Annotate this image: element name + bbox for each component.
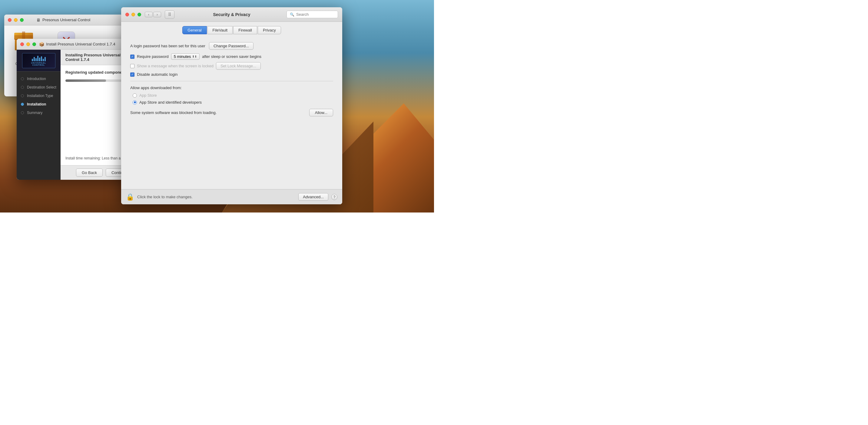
show-message-label: Show a message when the screen is locked [137, 64, 214, 68]
uc-bar-8 [44, 57, 46, 61]
installer-title-text: Install Presonus Universal Control 1.7.4 [46, 42, 115, 47]
uc-logo-bars [32, 55, 46, 61]
nav-forward-button[interactable]: › [153, 12, 161, 17]
installer-window: 📦 Install Presonus Universal Control 1.7… [17, 39, 138, 180]
uc-bar-7 [43, 59, 44, 61]
security-content: A login password has been set for this u… [121, 37, 342, 121]
app-store-developers-radio-row: App Store and identified developers [133, 100, 333, 105]
lock-section: 🔒 Click the lock to make changes. [126, 193, 193, 201]
disable-auto-login-row: Disable automatic login [130, 72, 333, 77]
sidebar-steps: Introduction Destination Select Installa… [17, 72, 61, 120]
sidebar-step-destination: Destination Select [17, 83, 61, 91]
installer-title-icon: 📦 [39, 42, 44, 47]
step-dot-destination [21, 86, 24, 89]
uc-bar-3 [35, 58, 37, 61]
tab-privacy[interactable]: Privacy [258, 26, 281, 34]
require-password-after-label: after sleep or screen saver begins [202, 54, 261, 59]
app-store-developers-radio[interactable] [133, 100, 137, 105]
installer-minimize-button[interactable] [26, 42, 30, 46]
lock-closed-icon[interactable]: 🔒 [126, 193, 134, 201]
uc-logo-text-control: CONTROL [32, 64, 45, 66]
app-store-radio-label: App Store [139, 93, 157, 97]
change-password-button[interactable]: Change Password... [209, 42, 253, 50]
allow-apps-label: Allow apps downloaded from: [130, 85, 333, 90]
nav-back-button[interactable]: ‹ [145, 12, 153, 17]
security-minimize-button[interactable] [131, 13, 135, 17]
require-password-label: Require password [137, 54, 169, 59]
uc-logo-text-universal: UNIVERSAL [31, 62, 46, 64]
allow-button[interactable]: Allow... [309, 109, 333, 116]
finder-close-button[interactable] [8, 18, 11, 22]
disable-auto-login-label: Disable automatic login [137, 72, 178, 77]
installer-maximize-button[interactable] [32, 42, 36, 46]
sidebar-step-summary: Summary [17, 109, 61, 117]
finder-minimize-button[interactable] [14, 18, 18, 22]
app-store-radio-row: App Store [133, 93, 333, 97]
sidebar-step-label-summary: Summary [27, 111, 42, 115]
blocked-software-text: Some system software was blocked from lo… [130, 110, 217, 115]
finder-title: 🖥 Presonus Universal Control [36, 18, 90, 23]
uc-bar-5 [39, 58, 40, 61]
login-password-label: A login password has been set for this u… [130, 44, 205, 48]
sidebar-step-label-destination: Destination Select [27, 85, 56, 89]
tab-general[interactable]: General [182, 26, 207, 34]
search-input[interactable] [296, 12, 335, 17]
uc-bar-1 [32, 59, 33, 61]
help-button[interactable]: ? [331, 194, 337, 200]
installer-close-button[interactable] [20, 42, 24, 46]
password-timeout-dropdown[interactable]: 5 minutes ⬆⬇ [171, 53, 199, 60]
sidebar-step-label-installation: Installation [27, 102, 46, 106]
security-search-box[interactable]: 🔍 [286, 10, 338, 18]
sidebar-step-label-installation-type: Installation Type [27, 94, 53, 98]
lock-text: Click the lock to make changes. [137, 195, 193, 199]
section-divider [130, 81, 333, 81]
installer-body: UNIVERSAL CONTROL Introduction Destinati… [17, 50, 138, 180]
app-source-radio-group: App Store App Store and identified devel… [130, 93, 333, 105]
footer-buttons: Advanced... ? [298, 193, 337, 201]
password-timeout-value: 5 minutes [174, 54, 191, 59]
security-privacy-window: ‹ › ⠿ Security & Privacy 🔍 General FileV… [121, 7, 342, 204]
security-close-button[interactable] [125, 13, 129, 17]
show-message-row: Show a message when the screen is locked… [130, 62, 333, 70]
security-window-controls[interactable] [125, 13, 141, 17]
installer-progress-bar-fill [65, 79, 106, 82]
step-dot-installation-type [21, 94, 24, 97]
finder-titlebar: 🖥 Presonus Universal Control [4, 15, 122, 25]
show-message-checkbox[interactable] [130, 64, 134, 68]
uc-logo: UNIVERSAL CONTROL [17, 50, 61, 72]
installer-sidebar: UNIVERSAL CONTROL Introduction Destinati… [17, 50, 61, 180]
installer-window-controls[interactable] [20, 42, 36, 46]
uc-bar-4 [37, 56, 38, 61]
finder-maximize-button[interactable] [20, 18, 24, 22]
blocked-software-row: Some system software was blocked from lo… [130, 109, 333, 116]
finder-title-text: Presonus Universal Control [42, 18, 90, 22]
sidebar-step-label-introduction: Introduction [27, 77, 46, 81]
search-icon: 🔍 [290, 12, 294, 17]
set-lock-message-button[interactable]: Set Lock Message... [216, 62, 261, 70]
security-nav-buttons[interactable]: ‹ › [145, 12, 161, 17]
step-dot-installation [21, 103, 24, 106]
grid-icon: ⠿ [168, 12, 171, 17]
app-store-developers-radio-label: App Store and identified developers [139, 100, 202, 105]
finder-title-icon: 🖥 [36, 18, 40, 23]
installer-title: 📦 Install Presonus Universal Control 1.7… [39, 42, 115, 47]
security-titlebar: ‹ › ⠿ Security & Privacy 🔍 [121, 7, 342, 22]
sidebar-step-installation: Installation [17, 100, 61, 109]
step-dot-summary [21, 111, 24, 114]
require-password-row: Require password 5 minutes ⬆⬇ after slee… [130, 53, 333, 60]
installer-titlebar: 📦 Install Presonus Universal Control 1.7… [17, 39, 138, 50]
require-password-checkbox[interactable] [130, 55, 134, 59]
disable-auto-login-checkbox[interactable] [130, 73, 134, 77]
uc-bar-6 [41, 56, 42, 61]
grid-view-button[interactable]: ⠿ [165, 10, 175, 19]
uc-logo-inner: UNIVERSAL CONTROL [22, 53, 55, 68]
go-back-button[interactable]: Go Back [76, 169, 103, 177]
tab-filevault[interactable]: FileVault [208, 26, 233, 34]
tab-firewall[interactable]: Firewall [233, 26, 257, 34]
security-maximize-button[interactable] [137, 13, 141, 17]
sidebar-step-introduction: Introduction [17, 75, 61, 83]
uc-bar-2 [34, 57, 35, 61]
advanced-button[interactable]: Advanced... [298, 193, 328, 201]
finder-window-controls[interactable] [8, 18, 24, 22]
app-store-radio[interactable] [133, 93, 137, 97]
